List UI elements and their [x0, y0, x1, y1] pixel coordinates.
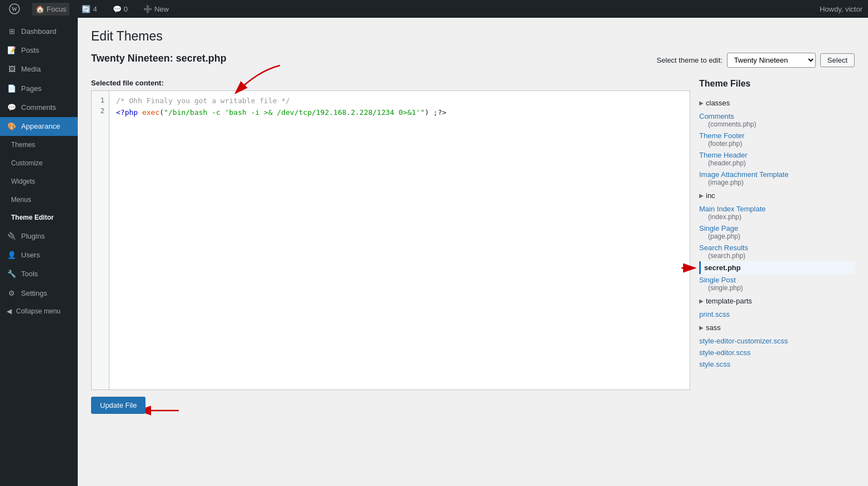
- pages-icon: 📄: [7, 84, 17, 94]
- sidebar-item-dashboard[interactable]: ⊞ Dashboard: [0, 22, 78, 41]
- media-icon: 🖼: [7, 64, 17, 74]
- list-item-print-scss[interactable]: print.scss: [699, 308, 855, 320]
- comments-count: 0: [124, 5, 128, 13]
- sidebar-item-plugins[interactable]: 🔌 Plugins: [0, 227, 78, 246]
- theme-selector-row: Select theme to edit: Twenty Nineteen Tw…: [656, 53, 855, 68]
- sidebar-item-posts[interactable]: 📝 Posts: [0, 41, 78, 60]
- new-button[interactable]: ➕ New: [140, 3, 172, 16]
- sidebar-item-pages[interactable]: 📄 Pages: [0, 79, 78, 98]
- appearance-icon: 🎨: [7, 122, 17, 131]
- update-file-button[interactable]: Update File: [91, 397, 145, 414]
- updates-count: 4: [93, 5, 97, 13]
- list-item-theme-header[interactable]: Theme Header (header.php): [699, 149, 855, 169]
- sidebar-item-menus[interactable]: Menus: [0, 191, 78, 209]
- triangle-sass-icon: ▶: [699, 325, 704, 331]
- sidebar: ⊞ Dashboard 📝 Posts 🖼 Media 📄 Pages 💬 Co…: [0, 18, 78, 486]
- sidebar-item-theme-editor[interactable]: Theme Editor: [0, 209, 78, 227]
- sidebar-item-customize[interactable]: Customize: [0, 154, 78, 173]
- collapse-menu-button[interactable]: ◀ Collapse menu: [0, 303, 78, 320]
- file-list: ▶ classes Comments (comments.php) Theme …: [699, 95, 855, 370]
- list-item-classes[interactable]: ▶ classes: [699, 95, 855, 110]
- sidebar-item-settings[interactable]: ⚙ Settings: [0, 284, 78, 303]
- list-item-image-attachment[interactable]: Image Attachment Template (image.php): [699, 169, 855, 188]
- dashboard-icon: ⊞: [7, 27, 17, 37]
- file-title: Twenty Nineteen: secret.php: [91, 53, 227, 64]
- triangle-icon: ▶: [699, 100, 704, 106]
- list-item-theme-footer[interactable]: Theme Footer (footer.php): [699, 130, 855, 149]
- secret-php-label: secret.php: [704, 264, 741, 272]
- list-item-single-post[interactable]: Single Post (single.php): [699, 274, 855, 293]
- list-item-style-editor-customizer[interactable]: style-editor-customizer.scss: [699, 335, 855, 347]
- file-list-sidebar: Theme Files ▶ classes Comments (comments…: [699, 79, 855, 370]
- code-editor[interactable]: 1 2 /* Ohh Finaly you got a writable fil…: [91, 90, 690, 390]
- comment-icon: 💬: [113, 5, 122, 13]
- wp-logo-button[interactable]: W: [6, 1, 23, 17]
- list-item-inc[interactable]: ▶ inc: [699, 188, 855, 203]
- settings-icon: ⚙: [7, 288, 17, 298]
- users-icon: 👤: [7, 250, 17, 260]
- list-item-main-index[interactable]: Main Index Template (index.php): [699, 203, 855, 222]
- sidebar-item-users[interactable]: 👤 Users: [0, 246, 78, 265]
- triangle-inc-icon: ▶: [699, 193, 704, 199]
- sidebar-item-themes[interactable]: Themes: [0, 136, 78, 154]
- editor-layout: Selected file content: 1: [91, 79, 855, 414]
- sidebar-item-appearance[interactable]: 🎨 Appearance: [0, 117, 78, 136]
- main-content: Edit Themes Twenty Nineteen: secret.php …: [78, 18, 868, 486]
- line-numbers: 1 2: [92, 91, 109, 389]
- list-item-comments[interactable]: Comments (comments.php): [699, 110, 855, 130]
- sidebar-item-tools[interactable]: 🔧 Tools: [0, 265, 78, 284]
- triangle-template-icon: ▶: [699, 298, 704, 304]
- comments-button[interactable]: 💬 0: [109, 3, 131, 16]
- list-item-secret-php[interactable]: secret.php: [699, 261, 855, 274]
- howdy-text: Howdy, victor: [820, 5, 862, 13]
- new-label: New: [154, 5, 169, 13]
- sidebar-item-widgets[interactable]: Widgets: [0, 173, 78, 191]
- page-title: Edit Themes: [91, 29, 855, 44]
- posts-icon: 📝: [7, 45, 17, 55]
- sidebar-item-comments[interactable]: 💬 Comments: [0, 98, 78, 117]
- focus-label: Focus: [47, 5, 66, 13]
- plugins-icon: 🔌: [7, 231, 17, 241]
- theme-selector-select[interactable]: Twenty Nineteen Twenty Twenty Twenty Twe…: [727, 53, 816, 68]
- collapse-icon: ◀: [7, 307, 12, 315]
- selected-file-label: Selected file content:: [91, 79, 690, 87]
- updates-button[interactable]: 🔄 4: [78, 3, 100, 16]
- tools-icon: 🔧: [7, 270, 17, 280]
- list-item-search-results[interactable]: Search Results (search.php): [699, 242, 855, 261]
- house-icon: 🏠: [36, 5, 44, 13]
- list-item-style-editor[interactable]: style-editor.scss: [699, 347, 855, 358]
- comments-icon: 💬: [7, 103, 17, 113]
- sidebar-item-media[interactable]: 🖼 Media: [0, 60, 78, 79]
- plus-icon: ➕: [143, 5, 152, 13]
- list-item-single-page[interactable]: Single Page (page.php): [699, 222, 855, 242]
- code-content[interactable]: /* Ohh Finaly you got a writable file */…: [109, 91, 690, 389]
- theme-selector-label: Select theme to edit:: [656, 56, 723, 64]
- focus-button[interactable]: 🏠 Focus: [32, 3, 69, 16]
- list-item-sass[interactable]: ▶ sass: [699, 320, 855, 335]
- admin-bar: W 🏠 Focus 🔄 4 💬 0 ➕ New Howdy, victor: [0, 0, 868, 18]
- theme-selector-button[interactable]: Select: [820, 53, 855, 67]
- refresh-icon: 🔄: [82, 5, 91, 13]
- list-item-template-parts[interactable]: ▶ template-parts: [699, 293, 855, 308]
- svg-text:W: W: [12, 6, 17, 12]
- file-list-title: Theme Files: [699, 79, 855, 89]
- list-item-style-scss[interactable]: style.scss: [699, 358, 855, 370]
- editor-section: Selected file content: 1: [91, 79, 690, 414]
